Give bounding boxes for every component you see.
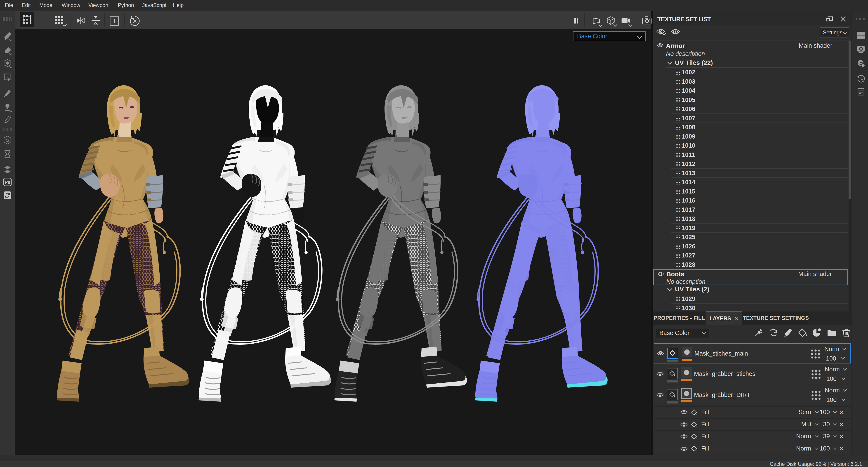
svg-text:1: 1	[674, 30, 676, 34]
svg-text:Ps: Ps	[4, 180, 10, 185]
svg-text:S: S	[6, 138, 9, 143]
